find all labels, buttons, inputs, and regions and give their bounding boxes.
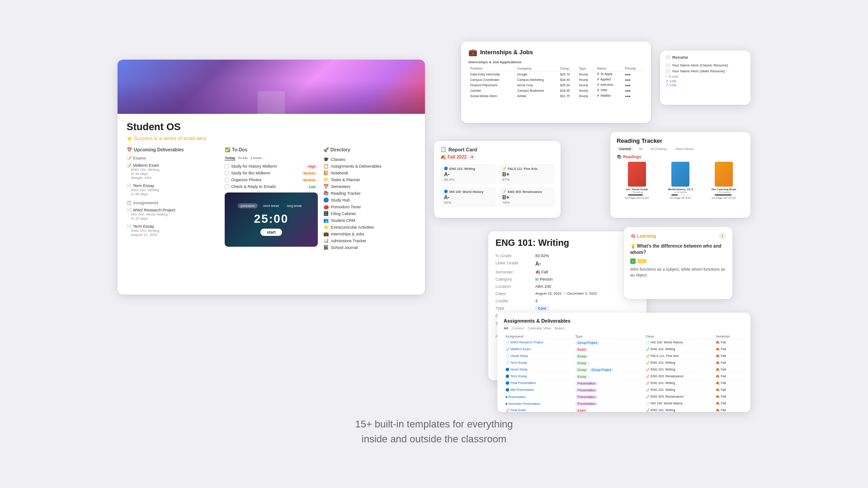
todo-checkbox-3[interactable] (225, 178, 229, 182)
assign-header-row: Assignments & Deliverables (504, 318, 744, 324)
table-row[interactable]: Social Media Intern Artista $31.75 Hourl… (468, 93, 644, 99)
assign-item-term[interactable]: 📄 Term Essay ENG 101: Writing August 11,… (127, 223, 219, 238)
dir-admissions[interactable]: 📊 Admissions Tracker (323, 237, 416, 244)
book-cover-3 (715, 162, 733, 187)
learning-check-row: ✓ (630, 258, 726, 264)
resume-item-2[interactable]: 📄 Your Name Here (Skills Resume) (665, 68, 745, 74)
learning-answer: Who functions as a subject, while whom f… (630, 267, 726, 278)
table-row[interactable]: ■ Presentation Presentation 📝 ENG 303: R… (504, 394, 744, 400)
report-icon: 📋 (440, 146, 447, 152)
tab-todo[interactable]: To-Do (238, 156, 247, 160)
dir-reading[interactable]: 📚 Reading Tracker (323, 190, 416, 197)
grade-grid: 🔵 ENG 101: Writing A- 88.4% 📝 FALS 111: … (440, 164, 554, 207)
exam-item-midterm[interactable]: 📝 Midterm Exam ENG 101: Writing In 16 da… (127, 162, 219, 181)
table-row[interactable]: 🔵 Novel Study Essay Group Project 📝 ENG … (504, 366, 744, 373)
table-row[interactable]: ■ Semester Presentation Presentation 📄 H… (504, 400, 744, 407)
book-3[interactable]: Our Learning Brain • Complete On Page 12… (703, 162, 744, 199)
book-1[interactable]: Art: Visual Guide • Reading On Page 210 … (617, 162, 657, 199)
val-category: In Person (535, 277, 553, 282)
todo-item-photos[interactable]: Organize Photos Medium (225, 178, 317, 182)
resume-item-1[interactable]: 📄 Your Name Here (Classic Resume) (665, 62, 745, 68)
table-row[interactable]: 🔵 Final Presentation Presentation 📝 ENG … (504, 380, 744, 387)
essay-icon: 📄 (127, 183, 132, 188)
table-row[interactable]: 📄 Term Essay Essay 📝 ENG 101: Writing 🍂 … (504, 360, 744, 366)
assign-item-ww2[interactable]: 📄 WW2 Research Project HIS 100: World Hi… (127, 207, 219, 221)
tab-all[interactable]: All (504, 326, 508, 330)
todo-checkbox-4[interactable] (225, 184, 229, 189)
tab-board[interactable]: Board (555, 326, 564, 330)
dir-journal[interactable]: 📓 School Journal (323, 244, 416, 251)
grade-eng101[interactable]: 🔵 ENG 101: Writing A- 88.4% (440, 164, 496, 184)
grade-his100[interactable]: 🔵 HIS 100: World History A- 85% (440, 187, 496, 207)
todo-item-emails[interactable]: Check & Reply to Emails Low (225, 184, 317, 189)
os-columns: 📅 Upcoming Deliverables 📝 Exams 📝 Midter… (127, 147, 416, 278)
pomo-tab-long[interactable]: long break (284, 203, 305, 208)
learning-highlight (637, 259, 646, 263)
learning-count: 1 (719, 232, 726, 239)
table-row[interactable]: Cashier Campus Bookstore $18.95 Hourly ✗… (468, 88, 644, 93)
link-item-1[interactable]: ↗ Link (665, 79, 745, 83)
grade-fals111[interactable]: 📝 FALS 111: Fine Arts B+ 87% (499, 164, 554, 184)
reading-header: Reading Tracker (617, 137, 744, 144)
grade-pct-4: 78% (502, 201, 551, 205)
tab-more[interactable]: 1 more... (250, 156, 265, 160)
screenshots-area: Student OS Success is a series of small … (118, 42, 750, 412)
add-resume-link[interactable]: + To Add (665, 74, 745, 79)
table-row[interactable]: 📄 Visual Study Essay 📝 FALS 111: Fine Ar… (504, 353, 744, 360)
tab-status[interactable]: Status Board (673, 147, 696, 151)
dir-pomodoro[interactable]: 🍅 Pomodoro Timer (323, 203, 416, 210)
dir-internships[interactable]: 💼 Internships & Jobs (323, 230, 416, 237)
calendar-icon: 📅 (127, 147, 132, 152)
grade-subject-2: 📝 FALS 111: Fine Arts (502, 167, 551, 170)
pomo-tabs: pomodoro short break long break (238, 203, 304, 208)
table-row[interactable]: Finance Placement Acme Corp $25.00 Hourl… (468, 82, 644, 88)
badge-high: High (306, 164, 318, 169)
admissions-icon: 📊 (323, 238, 329, 243)
journal-icon: 📓 (323, 245, 329, 250)
resume-title: 📄 Resume (665, 55, 745, 60)
eng101-title: ENG 101: Writing (495, 238, 639, 248)
dir-classes[interactable]: 🎓 Classes (323, 156, 416, 163)
tab-today[interactable]: Today (225, 156, 235, 160)
directory-column: 🚀 Directory 🎓 Classes 📋 Assignments & De… (323, 147, 416, 278)
page-wrapper: Student OS Success is a series of small … (0, 0, 868, 488)
table-row[interactable]: Data Entry Internship Google $25.74 Hour… (468, 71, 644, 77)
book-progress-1: On Page 210 of 257 (617, 197, 657, 199)
col-comp: Comp (558, 66, 577, 71)
dir-extra[interactable]: ⭐ Extracurricular Activities (323, 224, 416, 230)
tab-gallery[interactable]: All (Gallery) (648, 147, 670, 151)
todo-checkbox-2[interactable] (225, 171, 229, 175)
table-row[interactable]: 🔵 Mid Presentation Presentation 📝 ENG 10… (504, 387, 744, 394)
todo-item-bio[interactable]: Study for Bio Midterm Medium (225, 171, 317, 175)
table-row[interactable]: 📄 WW2 Research Project Group Project 📄 H… (504, 339, 744, 346)
dir-crm[interactable]: 👥 Student CRM (323, 217, 416, 224)
deliverables-column: 📅 Upcoming Deliverables 📝 Exams 📝 Midter… (127, 147, 219, 278)
todo-item-history[interactable]: Study for History Midterm High (225, 164, 317, 169)
table-row[interactable]: 📝 Final Exam Exam 📝 ENG 101: Writing 🍂 F… (504, 407, 744, 413)
dir-semesters[interactable]: 📅 Semesters (323, 183, 416, 190)
tab-current[interactable]: Current (512, 326, 524, 330)
dir-notebook[interactable]: 📔 Notebook (323, 169, 416, 176)
pomo-tab-short[interactable]: short break (260, 203, 282, 208)
dir-filing[interactable]: 🗄️ Filing Cabinet (323, 210, 416, 217)
table-row[interactable]: Campus Coordinator Campus Marketing $18.… (468, 77, 644, 82)
todo-checkbox-1[interactable] (225, 164, 229, 169)
dir-tasks[interactable]: 📁 Tasks & Planner (323, 176, 416, 183)
table-row[interactable]: 📝 Midterm Exam Exam 📝 ENG 101: Writing 🍂… (504, 346, 744, 353)
table-row[interactable]: 🔵 Term Essay Essay 📝 ENG 303: Renaissanc… (504, 373, 744, 380)
pomo-start-button[interactable]: start (260, 229, 282, 236)
progress-fill-2 (671, 194, 678, 196)
link-item-2[interactable]: ↗ Link (665, 83, 745, 87)
tab-current[interactable]: Current (617, 147, 633, 151)
book-2[interactable]: World History, Ch 3 • Complete On Page 1… (660, 162, 701, 199)
tab-calendar-view[interactable]: Calendar View (528, 326, 551, 330)
pomo-tab-pomodoro[interactable]: pomodoro (238, 203, 258, 208)
label-grade-pct: % Grade (495, 253, 532, 258)
grade-eng303[interactable]: 📝 ENG 303: Renaissance B+ 78% (499, 187, 554, 207)
tab-all[interactable]: All (636, 147, 645, 151)
exam-item-essay[interactable]: 📄 Term Essay ENG 101: Writing In 28 days (127, 183, 219, 197)
bottom-text: 15+ built-in templates for everything in… (355, 417, 513, 446)
dir-study[interactable]: 🔵 Study Hub (323, 197, 416, 203)
learning-checkbox[interactable]: ✓ (630, 258, 636, 264)
dir-assignments[interactable]: 📋 Assignments & Deliverables (323, 163, 416, 169)
